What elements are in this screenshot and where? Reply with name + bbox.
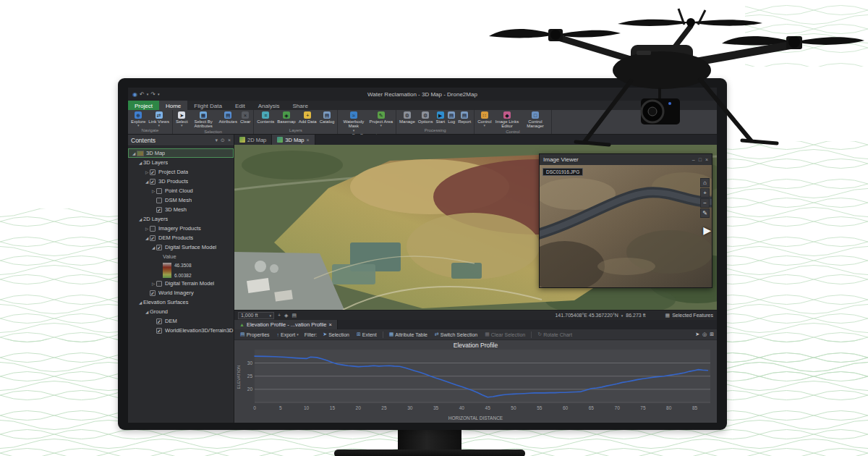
basemap-icon[interactable]: ◈ [284, 313, 288, 318]
expander-open-icon[interactable]: ◢ [144, 236, 150, 240]
ribbon-button-basemap[interactable]: ◈Basemap [276, 111, 296, 124]
ribbon-button-start[interactable]: ▶Start [435, 111, 446, 124]
map-tab-2d-map[interactable]: 2D Map [234, 135, 272, 145]
toolbar-button-switch-selection[interactable]: ⇄Switch Selection [432, 331, 480, 338]
tree-item-elevation-surfaces[interactable]: ◢Elevation Surfaces [128, 297, 234, 307]
expander-open-icon[interactable]: ◢ [150, 245, 156, 250]
redo-button[interactable]: ↷ [150, 91, 156, 98]
image-viewer-maximize-icon[interactable]: □ [699, 157, 702, 162]
expander-open-icon[interactable]: ◢ [131, 151, 137, 156]
layer-checkbox[interactable] [156, 281, 162, 287]
layer-checkbox[interactable]: ✓ [156, 245, 162, 250]
layer-checkbox[interactable] [156, 198, 162, 203]
image-viewer-content[interactable]: DSC01916.JPG ⌂+−✎ ▶ [540, 165, 712, 287]
ribbon-tab-project[interactable]: Project [128, 101, 159, 110]
expander-open-icon[interactable]: ◢ [144, 310, 150, 314]
ribbon-tab-flight-data[interactable]: Flight Data [187, 101, 229, 110]
toolbar-button-attribute-table[interactable]: ▦Attribute Table [386, 331, 430, 338]
ribbon-button-add-data[interactable]: +Add Data [298, 111, 318, 124]
layers-icon[interactable]: ▤ [292, 313, 297, 318]
tree-item-value[interactable]: Value [128, 252, 234, 261]
expander-closed-icon[interactable]: ▷ [144, 227, 150, 231]
zoom-out-button[interactable]: − [700, 198, 710, 208]
tree-item-dem[interactable]: ✓DEM [128, 316, 234, 326]
ribbon-button-manage[interactable]: ⚙Manage [399, 111, 416, 124]
elevation-profile-tab[interactable]: ▲ Elevation Profile - ...vation Profile … [234, 320, 338, 329]
toolbar-button-properties[interactable]: ▤Properties [237, 331, 273, 338]
layer-checkbox[interactable]: ✓ [150, 235, 156, 241]
expander-open-icon[interactable]: ◢ [137, 161, 143, 165]
tab-close-icon[interactable]: × [328, 321, 331, 328]
redo-dropdown-icon[interactable]: ▾ [158, 92, 160, 96]
expander-closed-icon[interactable]: ▷ [144, 170, 150, 174]
ribbon-tab-analysis[interactable]: Analysis [252, 101, 286, 110]
layer-checkbox[interactable]: ✓ [156, 328, 162, 334]
tree-item-3d-layers[interactable]: ◢3D Layers [128, 158, 234, 167]
ribbon-button-catalog[interactable]: ▤Catalog [319, 111, 336, 124]
image-viewer-close-icon[interactable]: × [705, 157, 708, 162]
tree-item-3d-map[interactable]: ◢3D Map [128, 148, 234, 158]
map-tab-3d-map[interactable]: 3D Map× [272, 135, 315, 145]
ribbon-button-options[interactable]: ⚙Options [417, 111, 434, 124]
expander-open-icon[interactable]: ◢ [137, 300, 143, 305]
toolbar-button-extent[interactable]: ⊞Extent [354, 331, 380, 338]
fullscreen-icon[interactable]: ⊞ [710, 332, 714, 337]
toolbar-button-export[interactable]: ↑Export▾ [274, 332, 302, 338]
home-button[interactable]: ⌂ [700, 178, 710, 187]
next-image-arrow[interactable]: ▶ [703, 224, 711, 236]
layer-checkbox[interactable]: ✓ [150, 169, 156, 175]
selected-features-button[interactable]: ▦ Selected Features [665, 313, 713, 318]
ribbon-button-waterbody-mask[interactable]: ≈Waterbody Mask▾ [340, 111, 367, 133]
ribbon-tab-edit[interactable]: Edit [229, 101, 252, 110]
panel-close-icon[interactable]: × [228, 138, 231, 143]
expander-closed-icon[interactable]: ▷ [150, 189, 156, 193]
tree-item-point-cloud[interactable]: ▷Point Cloud [128, 186, 234, 195]
tree-item-worldelevation3d-terrain3d[interactable]: ✓WorldElevation3D/Terrain3D [128, 326, 234, 335]
ribbon-button-contents[interactable]: ≡Contents [256, 111, 275, 124]
layer-checkbox[interactable]: ✓ [156, 207, 162, 213]
locate-icon[interactable]: + [278, 313, 281, 318]
tree-item-world-imagery[interactable]: ✓World Imagery [128, 288, 234, 297]
measure-button[interactable]: ✎ [700, 208, 710, 218]
ribbon-button-clear[interactable]: ×Clear [239, 111, 251, 124]
ribbon-button-select[interactable]: ➤Select▾ [175, 111, 189, 128]
tree-item-dem-products[interactable]: ◢✓DEM Products [128, 233, 234, 242]
pointer-icon[interactable]: ➤ [695, 332, 699, 337]
tree-item-project-data[interactable]: ▷✓Project Data [128, 167, 234, 177]
layer-checkbox[interactable] [156, 188, 162, 194]
panel-menu-icon[interactable]: ▾ [216, 138, 218, 143]
tree-item-2d-layers[interactable]: ◢2D Layers [128, 214, 234, 224]
panel-pin-icon[interactable]: ⊙ [221, 138, 225, 143]
map-tab-close-icon[interactable]: × [307, 138, 310, 143]
tree-item-ground[interactable]: ◢Ground [128, 307, 234, 316]
tree-item-3d-products[interactable]: ◢✓3D Products [128, 177, 234, 186]
ribbon-button-attributes[interactable]: ▤Attributes [218, 111, 238, 124]
tree-item-digital-terrain-model[interactable]: ▷Digital Terrain Model [128, 279, 234, 288]
ribbon-button-explore[interactable]: ⊕Explore▾ [130, 111, 146, 128]
tree-item-dsm-mesh[interactable]: DSM Mesh [128, 195, 234, 205]
undo-dropdown-icon[interactable]: ▾ [147, 92, 149, 96]
map-scale-select[interactable]: 1,000 ft ▾ [238, 312, 274, 319]
expander-open-icon[interactable]: ◢ [144, 180, 150, 184]
ribbon-button-log[interactable]: ▤Log [447, 111, 456, 124]
image-viewer-header[interactable]: Image Viewer – □ × [540, 154, 712, 165]
ribbon-button-select-by-attributes[interactable]: ▦Select By Attributes [190, 111, 217, 130]
tree-item-imagery-products[interactable]: ▷Imagery Products [128, 224, 234, 233]
ribbon-button-project-area[interactable]: ✎Project Area▾ [368, 111, 393, 128]
ribbon-tab-home[interactable]: Home [159, 101, 187, 110]
ribbon-tab-share[interactable]: Share [286, 101, 315, 110]
expander-open-icon[interactable]: ◢ [137, 217, 143, 221]
layer-checkbox[interactable] [150, 226, 156, 232]
zoom-in-button[interactable]: + [700, 188, 710, 198]
expander-closed-icon[interactable]: ▷ [150, 282, 156, 286]
coords-dropdown-icon[interactable]: ▾ [621, 313, 624, 318]
layer-checkbox[interactable]: ✓ [156, 318, 162, 324]
undo-button[interactable]: ↶ [140, 91, 145, 98]
tree-item-digital-surface-model[interactable]: ◢✓Digital Surface Model [128, 242, 234, 252]
ribbon-button-link-views[interactable]: ⇄Link Views▾ [148, 111, 170, 128]
layer-checkbox[interactable]: ✓ [150, 290, 156, 296]
toolbar-button-selection[interactable]: ➤Selection [320, 331, 352, 338]
magnifier-icon[interactable]: ◎ [702, 332, 707, 337]
image-viewer-minimize-icon[interactable]: – [692, 157, 695, 162]
tree-item-3d-mesh[interactable]: ✓3D Mesh [128, 205, 234, 214]
